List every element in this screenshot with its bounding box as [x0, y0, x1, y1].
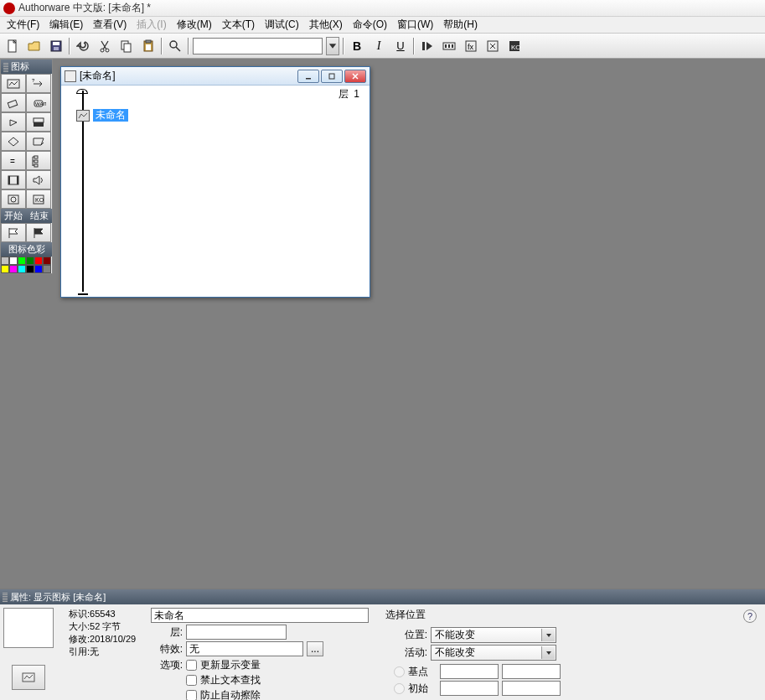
- color-grid[interactable]: [1, 257, 52, 273]
- flow-node[interactable]: 未命名: [76, 109, 128, 122]
- functions-button[interactable]: fx: [462, 37, 480, 55]
- name-input[interactable]: [151, 608, 369, 623]
- position-select[interactable]: 不能改变: [431, 627, 556, 643]
- start-flag-icon[interactable]: [1, 223, 26, 242]
- effect-input[interactable]: [186, 641, 303, 656]
- bold-button[interactable]: B: [348, 37, 366, 55]
- menu-command[interactable]: 命令(O): [348, 16, 392, 34]
- wait-icon[interactable]: WAIT: [26, 93, 51, 112]
- menu-edit[interactable]: 编辑(E): [44, 16, 88, 34]
- flowline-titlebar[interactable]: [未命名]: [61, 67, 370, 86]
- icon-palette: 图标 ? WAIT = KO 开始结束: [0, 59, 53, 274]
- copy-button[interactable]: [117, 37, 136, 55]
- movie-icon[interactable]: [1, 170, 26, 189]
- svg-rect-10: [146, 44, 151, 50]
- svg-rect-7: [124, 44, 131, 52]
- minimize-button[interactable]: [297, 70, 319, 83]
- color-swatch[interactable]: [9, 265, 18, 273]
- display-icon[interactable]: [1, 74, 26, 93]
- separator: [413, 38, 415, 54]
- app-titlebar: Authorware 中文版: [未命名] *: [0, 0, 765, 17]
- menu-modify[interactable]: 修改(M): [172, 16, 217, 34]
- map-icon[interactable]: [26, 151, 51, 170]
- decision-icon[interactable]: [1, 132, 26, 151]
- flowline-body[interactable]: 层 1 未命名: [61, 86, 370, 297]
- help-icon[interactable]: ?: [743, 609, 757, 623]
- color-swatch[interactable]: [1, 265, 9, 273]
- svg-text:KO: KO: [35, 197, 44, 203]
- svg-point-11: [170, 41, 177, 48]
- separator: [188, 38, 189, 54]
- framework-icon[interactable]: [26, 112, 51, 132]
- svg-point-4: [101, 49, 104, 52]
- init-x: [440, 681, 499, 696]
- color-swatch[interactable]: [18, 265, 26, 273]
- display-node-icon[interactable]: [76, 110, 90, 122]
- svg-text:=: =: [10, 157, 15, 166]
- find-button[interactable]: [166, 37, 184, 55]
- toolbar: B I U fx KO: [0, 34, 765, 59]
- workspace: 图标 ? WAIT = KO 开始结束: [0, 59, 765, 589]
- effect-browse-button[interactable]: ...: [307, 641, 323, 656]
- knowledge-object-icon[interactable]: KO: [26, 189, 51, 209]
- menu-other[interactable]: 其他(X): [304, 16, 348, 34]
- color-swatch[interactable]: [26, 265, 34, 273]
- end-flag-icon[interactable]: [26, 223, 51, 242]
- knowledge-button[interactable]: KO: [505, 37, 524, 55]
- svg-text:?: ?: [32, 78, 35, 83]
- run-button[interactable]: [418, 37, 437, 55]
- variables-button[interactable]: [483, 37, 502, 55]
- new-button[interactable]: [3, 37, 22, 55]
- svg-rect-34: [8, 176, 10, 184]
- underline-button[interactable]: U: [391, 37, 410, 55]
- color-swatch[interactable]: [9, 257, 18, 265]
- navigate-icon[interactable]: [1, 112, 26, 132]
- calculation-icon[interactable]: =: [1, 151, 26, 170]
- erase-icon[interactable]: [1, 93, 26, 112]
- cut-button[interactable]: [96, 37, 114, 55]
- open-icon-button[interactable]: [12, 665, 45, 690]
- control-panel-button[interactable]: [440, 37, 458, 55]
- save-button[interactable]: [47, 37, 65, 55]
- menu-help[interactable]: 帮助(H): [438, 16, 483, 34]
- active-select[interactable]: 不能改变: [431, 645, 556, 661]
- menu-text[interactable]: 文本(T): [217, 16, 260, 34]
- menu-window[interactable]: 窗口(W): [392, 16, 438, 34]
- info-column: 标识:65543 大小:52 字节 修改:2018/10/29 引用:无: [69, 608, 144, 700]
- svg-rect-12: [422, 42, 425, 50]
- svg-rect-32: [34, 164, 38, 167]
- color-swatch[interactable]: [34, 257, 43, 265]
- svg-rect-40: [306, 78, 311, 80]
- paste-button[interactable]: [139, 37, 158, 55]
- opt-update-vars[interactable]: [186, 660, 197, 671]
- color-swatch[interactable]: [34, 265, 43, 273]
- font-select[interactable]: [193, 38, 323, 54]
- dvd-icon[interactable]: [1, 189, 26, 209]
- motion-icon[interactable]: ?: [26, 74, 51, 93]
- properties-header[interactable]: 属性: 显示图标 [未命名]: [0, 589, 765, 604]
- layer-input[interactable]: [186, 625, 287, 640]
- menu-debug[interactable]: 调试(C): [260, 16, 304, 34]
- base-y: [502, 664, 561, 679]
- color-swatch[interactable]: [26, 257, 34, 265]
- color-swatch[interactable]: [43, 257, 51, 265]
- icon-palette-header[interactable]: 图标: [1, 60, 52, 74]
- undo-button[interactable]: [74, 37, 92, 55]
- italic-button[interactable]: I: [370, 37, 388, 55]
- maximize-button[interactable]: [321, 70, 343, 83]
- svg-rect-3: [54, 47, 59, 50]
- menu-file[interactable]: 文件(F): [2, 16, 44, 34]
- color-swatch[interactable]: [18, 257, 26, 265]
- node-label[interactable]: 未命名: [93, 109, 128, 122]
- menu-view[interactable]: 查看(V): [88, 16, 132, 34]
- open-button[interactable]: [25, 37, 44, 55]
- color-swatch[interactable]: [43, 265, 51, 273]
- close-button[interactable]: [344, 70, 366, 83]
- opt-no-text-search[interactable]: [186, 675, 197, 686]
- interaction-icon[interactable]: [26, 132, 51, 151]
- font-dropdown[interactable]: [326, 37, 339, 55]
- svg-rect-14: [445, 44, 447, 48]
- sound-icon[interactable]: [26, 170, 51, 189]
- color-swatch[interactable]: [1, 257, 9, 265]
- opt-no-auto-erase[interactable]: [186, 690, 197, 700]
